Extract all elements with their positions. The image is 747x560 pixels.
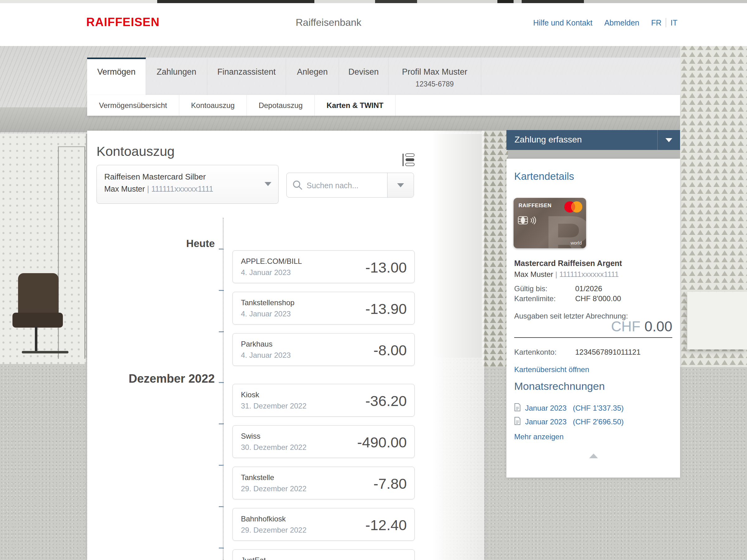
timeline-group: Heute APPLE.COM/BILL 4. Januar 2023 -13.… bbox=[224, 218, 426, 366]
credit-card-image: R RAIFFEISEN w bbox=[514, 198, 586, 248]
invoice-month: Januar 2023 bbox=[525, 404, 566, 412]
timeline-group-cards: APPLE.COM/BILL 4. Januar 2023 -13.00 Tan… bbox=[224, 250, 426, 366]
invoice-month: Januar 2023 bbox=[525, 418, 566, 426]
invoice-link[interactable]: Januar 2023 (CHF 1'337.35) bbox=[514, 403, 624, 413]
transaction-card[interactable]: JustEat -2.60 bbox=[232, 550, 415, 560]
header: RAIFFEISEN Raiffeisenbank Hilfe und Kont… bbox=[0, 3, 747, 46]
transaction-merchant: APPLE.COM/BILL bbox=[241, 257, 302, 266]
create-payment-label: Zahlung erfassen bbox=[515, 135, 582, 145]
transaction-date: 30. Dezember 2022 bbox=[241, 443, 307, 452]
nav-tab-sublabel: 12345-6789 bbox=[415, 80, 454, 88]
transaction-card[interactable]: Bahnhofkiosk 29. Dezember 2022 -12.40 bbox=[232, 508, 415, 541]
background-middle-perforated-wall bbox=[482, 131, 508, 367]
background-chair-seat bbox=[12, 313, 63, 328]
search-input[interactable] bbox=[306, 173, 385, 197]
card-chip-contactless-icon bbox=[518, 216, 538, 226]
subnav-item[interactable]: Karten & TWINT bbox=[315, 95, 395, 116]
subnav-item-label: Depotauszug bbox=[259, 101, 303, 109]
subnav-item[interactable]: Depotauszug bbox=[247, 95, 315, 116]
invoice-list: Januar 2023 (CHF 1'337.35) Januar 2023 bbox=[514, 403, 624, 427]
language-fr[interactable]: FR bbox=[651, 18, 662, 27]
subnav-item[interactable]: Kontoauszug bbox=[179, 95, 247, 116]
subnav-item-label: Kontoauszug bbox=[191, 101, 235, 109]
statement-panel: Kontoauszug Raiffeisen Mastercard Silber… bbox=[87, 131, 484, 560]
transaction-merchant: Bahnhofkiosk bbox=[241, 514, 286, 523]
monthly-invoices-heading: Monatsrechnungen bbox=[514, 380, 605, 392]
timeline-group: Dezember 2022 Kiosk 31. Dezember 2022 -3… bbox=[224, 375, 426, 560]
invoice-link[interactable]: Januar 2023 (CHF 2'696.50) bbox=[514, 417, 624, 427]
transaction-card[interactable]: Swiss 30. Dezember 2022 -490.00 bbox=[232, 425, 415, 458]
subnav-item[interactable]: Vermögensübersicht bbox=[87, 95, 179, 116]
nav-tab[interactable]: Zahlungen bbox=[146, 58, 207, 95]
card-account-selector[interactable]: Raiffeisen Mastercard Silber Max Muster … bbox=[97, 165, 279, 204]
transaction-merchant: Tankstellenshop bbox=[241, 298, 294, 307]
document-icon bbox=[514, 417, 521, 427]
card-account-value: 1234567891011121 bbox=[575, 348, 641, 356]
transaction-merchant: Kiosk bbox=[241, 391, 259, 399]
raiffeisen-ebanking-page: RAIFFEISEN Raiffeisenbank Hilfe und Kont… bbox=[0, 0, 747, 560]
selected-card-holder: Max Muster | 111111xxxxxx1111 bbox=[104, 185, 213, 193]
nav-tab[interactable]: Anlegen bbox=[286, 58, 339, 95]
invoice-amount: (CHF 1'337.35) bbox=[573, 404, 623, 412]
invoice-amount: (CHF 2'696.50) bbox=[573, 418, 623, 426]
collapse-panel-icon[interactable] bbox=[589, 454, 598, 458]
transaction-amount: -8.00 bbox=[374, 342, 407, 359]
background-top-strip bbox=[0, 0, 747, 3]
card-brand-text: RAIFFEISEN bbox=[518, 203, 551, 209]
nav-tab-label: Anlegen bbox=[297, 67, 328, 77]
transaction-card[interactable]: Kiosk 31. Dezember 2022 -36.20 bbox=[232, 384, 415, 417]
nav-tab[interactable]: Vermögen bbox=[87, 58, 146, 95]
statement-title: Kontoauszug bbox=[97, 144, 175, 159]
selected-card-name: Raiffeisen Mastercard Silber bbox=[104, 172, 206, 182]
card-tier-text: world bbox=[570, 240, 582, 245]
transaction-merchant: JustEat bbox=[241, 556, 266, 560]
language-switcher: FR IT bbox=[651, 18, 677, 27]
card-overview-link[interactable]: Kartenübersicht öffnen bbox=[514, 365, 589, 374]
card-masked-number: 111111xxxxxx1111 bbox=[559, 270, 619, 278]
payment-dropdown-toggle[interactable] bbox=[658, 130, 680, 150]
search-options-dropdown[interactable] bbox=[387, 173, 414, 197]
nav-tab[interactable]: Finanzassistent bbox=[207, 58, 286, 95]
show-more-link[interactable]: Mehr anzeigen bbox=[514, 432, 564, 441]
timeline-group-label: Heute bbox=[186, 238, 215, 249]
card-account-label: Kartenkonto: bbox=[514, 348, 557, 356]
list-view-icon[interactable] bbox=[402, 153, 415, 167]
transaction-amount: -13.00 bbox=[365, 259, 407, 276]
transaction-card[interactable]: Tankstelle 29. Dezember 2022 -7.80 bbox=[232, 466, 415, 499]
transaction-amount: -13.90 bbox=[365, 300, 407, 317]
transaction-date: 29. Dezember 2022 bbox=[241, 526, 307, 534]
raiffeisen-logo[interactable]: RAIFFEISEN bbox=[86, 16, 160, 29]
transaction-card[interactable]: Tankstellenshop 4. Januar 2023 -13.90 bbox=[232, 292, 415, 324]
chevron-down-icon bbox=[264, 182, 272, 186]
nav-tab-label: Profil Max Muster bbox=[402, 67, 467, 77]
create-payment-button[interactable]: Zahlung erfassen bbox=[507, 130, 680, 150]
card-holder-line: Max Muster | 111111xxxxxx1111 bbox=[514, 270, 619, 279]
timeline-group-label: Dezember 2022 bbox=[129, 372, 215, 385]
background-reception-desk bbox=[687, 292, 747, 349]
transaction-amount: -490.00 bbox=[357, 434, 407, 451]
transaction-card[interactable]: APPLE.COM/BILL 4. Januar 2023 -13.00 bbox=[232, 250, 415, 283]
nav-tab[interactable]: Devisen bbox=[339, 58, 388, 95]
nav-tab[interactable]: Profil Max Muster 12345-6789 bbox=[388, 58, 481, 95]
header-links: Hilfe und Kontakt Abmelden FR IT bbox=[533, 18, 677, 27]
transaction-date: 29. Dezember 2022 bbox=[241, 484, 307, 493]
help-contact-link[interactable]: Hilfe und Kontakt bbox=[533, 18, 592, 27]
nav-tab-label: Zahlungen bbox=[157, 67, 197, 77]
chevron-down-icon bbox=[397, 183, 404, 187]
transaction-amount: -12.40 bbox=[365, 516, 407, 534]
nav-tab-label: Finanzassistent bbox=[217, 67, 276, 77]
logout-link[interactable]: Abmelden bbox=[604, 18, 639, 27]
transaction-date: 4. Januar 2023 bbox=[241, 310, 291, 318]
spent-since-statement-amount: CHF 0.00 bbox=[611, 318, 672, 335]
transaction-date: 4. Januar 2023 bbox=[241, 351, 291, 359]
language-it[interactable]: IT bbox=[670, 18, 677, 27]
card-details-heading: Kartendetails bbox=[514, 170, 574, 182]
background-chair-foot bbox=[22, 351, 69, 353]
document-icon bbox=[514, 403, 521, 413]
timeline-group-cards: Kiosk 31. Dezember 2022 -36.20 Swiss 30.… bbox=[224, 384, 426, 560]
transaction-amount: -2.60 bbox=[374, 558, 407, 560]
transaction-amount: -36.20 bbox=[365, 392, 407, 409]
transaction-card[interactable]: Parkhaus 4. Januar 2023 -8.00 bbox=[232, 333, 415, 366]
language-divider bbox=[666, 18, 666, 27]
sub-nav: Vermögensübersicht Kontoauszug Depotausz… bbox=[87, 95, 680, 116]
